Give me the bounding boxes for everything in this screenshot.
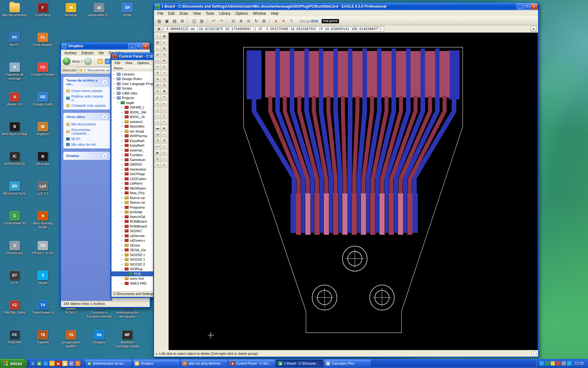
expand-arrow-icon[interactable]: ▸ (121, 211, 123, 213)
task-calculator[interactable]: ▦ Calculator Plus (324, 360, 371, 367)
menu-item[interactable]: Options (233, 11, 250, 16)
expand-arrow-icon[interactable]: ▸ (121, 154, 123, 156)
eagle-titlebar[interactable]: 1 Board - C:\Documents and Settings\Admi… (153, 2, 539, 10)
lock[interactable]: ⊘ (154, 82, 161, 88)
task-link[interactable]: Compartir esta carpeta (66, 104, 107, 107)
ratsnest[interactable]: ⌗ (161, 144, 168, 149)
desktop-icon[interactable]: N Nero Burning ROM (29, 211, 56, 229)
expand-arrow-icon[interactable]: ▸ (121, 235, 123, 237)
task-link[interactable]: Publicar esta carpeta e... (66, 94, 107, 102)
mail[interactable]: M (69, 361, 74, 366)
zoom-redraw[interactable]: ↻ (253, 18, 260, 25)
toolbar-button[interactable] (187, 18, 189, 24)
show[interactable]: ◉ (161, 33, 168, 39)
add[interactable]: + (161, 70, 168, 76)
smash[interactable]: ✸ (161, 88, 168, 94)
erc[interactable]: ✓ (161, 150, 168, 155)
expand-arrow-icon[interactable]: ▾ (121, 268, 123, 270)
desktop-icon[interactable]: ET ET6 (1, 271, 28, 285)
text[interactable]: T (161, 113, 168, 119)
expand-arrow-icon[interactable]: ▸ (121, 249, 123, 251)
expand-arrow-icon[interactable]: ▸ (121, 225, 123, 228)
place-link[interactable]: Mis sitios de red (66, 143, 107, 146)
place-link[interactable]: Documentos compartid... (66, 128, 107, 135)
tray-icon[interactable] (540, 361, 544, 366)
attribute[interactable]: A (161, 137, 168, 143)
copy[interactable]: ⊞ (161, 45, 168, 51)
expand-arrow-icon[interactable]: ▸ (121, 282, 123, 285)
tray-icon[interactable] (562, 361, 566, 366)
expand-arrow-icon[interactable]: ▸ (121, 125, 123, 128)
expand-arrow-icon[interactable]: ▸ (113, 92, 115, 94)
desktop-icon[interactable]: LyX LyX 2.1 (29, 182, 56, 196)
back-dropdown-icon[interactable]: ▾ (81, 60, 83, 63)
menu-item[interactable]: File (155, 11, 165, 16)
stop[interactable]: ✕ (280, 18, 287, 25)
library[interactable]: ▥ (198, 18, 205, 25)
help[interactable]: ? (288, 18, 295, 25)
expand-arrow-icon[interactable]: ▸ (121, 140, 123, 142)
expand-arrow-icon[interactable]: ▸ (121, 168, 123, 171)
expand-arrow-icon[interactable]: ▸ (121, 254, 123, 256)
mirror[interactable]: ⇄ (154, 52, 161, 57)
desktop-icon[interactable]: W Winamp (58, 3, 85, 17)
expand-arrow-icon[interactable]: ▸ (121, 135, 123, 137)
task-dropbox[interactable]: ▤ Dropbox (133, 360, 179, 367)
command-dropdown-icon[interactable]: ▾ (531, 26, 537, 32)
internet-explorer[interactable]: e (30, 361, 36, 366)
details-header[interactable]: Detalles ∨ (64, 152, 110, 159)
menu-item[interactable]: Ver (96, 51, 106, 56)
dropbox-titlebar[interactable]: Dropbox ▁ ❐ ✕ (60, 42, 151, 50)
expand-arrow-icon[interactable]: ▸ (121, 121, 123, 123)
desktop-icon[interactable]: R Papelera de reciclaje (1, 63, 28, 81)
cam-processor[interactable]: ⚙ (179, 18, 186, 25)
menu-item[interactable]: View (191, 11, 203, 16)
forward-button[interactable]: → (84, 57, 92, 65)
display-layers[interactable]: ▤ (154, 39, 161, 45)
desktop-icon[interactable]: TV TeamViewer 9 (29, 301, 56, 315)
toolbar-button[interactable] (226, 18, 228, 24)
split[interactable]: Y (161, 94, 168, 100)
cut[interactable]: ✂ (154, 64, 161, 70)
name[interactable]: N (161, 82, 168, 88)
polygon[interactable]: ▰ (161, 125, 168, 131)
desktop-icon[interactable]: Mis documentos (1, 3, 28, 17)
expand-arrow-icon[interactable]: ▸ (121, 230, 123, 232)
expand-arrow-icon[interactable]: ▸ (113, 87, 115, 90)
signal[interactable]: ~ (161, 131, 168, 137)
desktop-icon[interactable]: T8 progamador top853 (58, 330, 85, 348)
run-ulp[interactable]: » (154, 162, 161, 168)
redo[interactable]: ↷ (218, 18, 225, 25)
desktop-icon[interactable]: D DriverEasy (1, 241, 28, 255)
expand-arrow-icon[interactable]: ▸ (121, 182, 123, 185)
chevron-up-icon[interactable]: ∧ (102, 114, 107, 119)
rect[interactable]: ▬ (154, 125, 161, 131)
menu-item[interactable]: Draw (177, 11, 190, 16)
meander[interactable]: ∿ (161, 101, 168, 106)
desktop-icon[interactable]: P2 PICkit 2 v2.50 (29, 241, 56, 255)
expand-arrow-icon[interactable]: ▸ (121, 130, 123, 132)
expand-arrow-icon[interactable]: ▸ (121, 197, 123, 199)
expand-arrow-icon[interactable]: ▸ (121, 258, 123, 261)
dropbox[interactable]: ◫ (43, 361, 48, 366)
group[interactable]: ▢ (154, 58, 161, 63)
menu-item[interactable]: Edición (79, 51, 96, 56)
pcbquote-logo[interactable]: PCB QUOTE (322, 19, 339, 23)
expand-arrow-icon[interactable]: ▸ (121, 277, 123, 280)
menu-item[interactable]: Help (269, 11, 281, 16)
hole[interactable]: ⊙ (154, 137, 161, 143)
clock[interactable]: 22:20 (575, 361, 584, 366)
value[interactable]: V (154, 88, 161, 94)
desktop-icon[interactable]: Db Dropbox (86, 330, 113, 344)
info[interactable]: i (154, 33, 161, 39)
dimension[interactable]: ⟷ (154, 144, 161, 149)
desktop-icon[interactable]: BS BitTorrent Sync (1, 182, 28, 196)
task-control-panel[interactable]: ◆ Control Panel - C:\Do... (228, 360, 275, 367)
expand-arrow-icon[interactable]: ▸ (121, 201, 123, 204)
task-board[interactable]: ◪ 1 Board - C:\Docume... (276, 360, 323, 367)
expand-arrow-icon[interactable]: ▸ (121, 220, 123, 223)
route[interactable]: ╱ (154, 107, 161, 113)
errors[interactable]: ! (161, 156, 168, 162)
tray-icon[interactable] (556, 361, 560, 366)
expand-arrow-icon[interactable]: ▸ (121, 111, 123, 113)
